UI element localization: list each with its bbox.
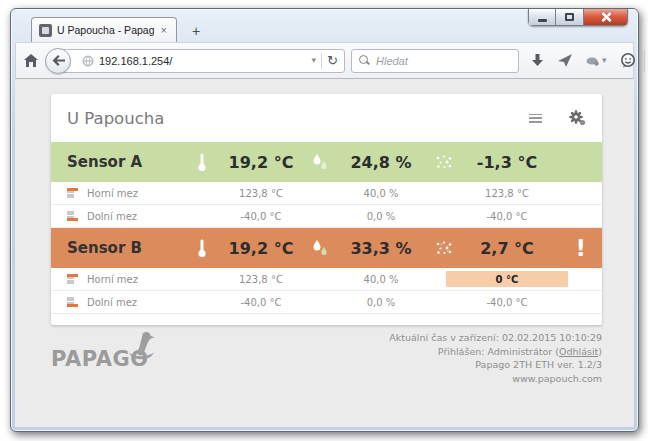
- titlebar: U Papoucha - Papago 2TH ... × +: [15, 9, 634, 42]
- minimize-icon: [538, 19, 547, 22]
- website-text: www.papouch.com: [389, 372, 602, 386]
- lower-humidity: 0,0 %: [333, 211, 429, 222]
- upper-limit-icon: [67, 188, 78, 198]
- lower-limit-label: Dolní mez: [87, 211, 137, 222]
- card-header: U Papoucha: [51, 94, 602, 142]
- upper-temp: 123,8 °C: [215, 188, 307, 199]
- logout-link[interactable]: Odhlásit: [559, 346, 598, 357]
- thermometer-icon: [189, 152, 215, 172]
- home-icon: [23, 53, 39, 68]
- lower-dew: -40,0 °C: [459, 211, 555, 222]
- browser-tab[interactable]: U Papoucha - Papago 2TH ... ×: [31, 17, 177, 42]
- favicon-icon: [39, 24, 52, 37]
- share-button[interactable]: [558, 54, 572, 67]
- thermometer-icon: [189, 238, 215, 258]
- lower-temp: -40,0 °C: [215, 211, 307, 222]
- screen: U Papoucha - Papago 2TH ... × + 192.168.…: [0, 0, 648, 441]
- new-tab-button[interactable]: +: [183, 20, 209, 41]
- lower-limit-icon: [67, 297, 78, 307]
- browser-window: U Papoucha - Papago 2TH ... × + 192.168.…: [10, 8, 639, 432]
- maximize-icon: [565, 13, 574, 21]
- upper-dew-highlighted: 0 °C: [446, 271, 568, 287]
- upper-limit-label: Horní mez: [87, 274, 138, 285]
- list-view-icon[interactable]: [529, 114, 542, 123]
- sensor-name: Sensor B: [67, 239, 189, 257]
- hello-button[interactable]: [620, 53, 636, 68]
- settings-button[interactable]: [569, 110, 586, 126]
- card-bottom-spacer: [51, 314, 602, 325]
- lower-limit-icon: [67, 211, 78, 221]
- page-viewport: U Papoucha Sensor A 19,2 °C: [15, 79, 634, 427]
- temperature-value: 19,2 °C: [215, 153, 307, 172]
- temperature-value: 19,2 °C: [215, 239, 307, 258]
- dew-point-icon: [429, 154, 459, 170]
- addon-icon: [586, 56, 599, 66]
- sensor-row-a: Sensor A 19,2 °C 24,8 % -1,3 °C: [51, 142, 602, 182]
- lower-limit-row: Dolní mez -40,0 °C 0,0 % -40,0 °C: [51, 291, 602, 314]
- back-arrow-icon: [52, 55, 65, 66]
- search-placeholder: Hledat: [376, 55, 408, 67]
- sensor-card: U Papoucha Sensor A 19,2 °C: [51, 94, 602, 325]
- sensor-row-b: Sensor B 19,2 °C 33,3 % 2,7 °C !: [51, 228, 602, 268]
- upper-limit-icon: [67, 274, 78, 284]
- url-text[interactable]: 192.168.1.254/: [99, 55, 307, 67]
- gear-icon: [569, 110, 586, 126]
- page-title: U Papoucha: [67, 109, 529, 128]
- close-button[interactable]: [584, 9, 628, 26]
- dew-point-value: 2,7 °C: [459, 239, 555, 258]
- upper-limit-row: Horní mez 123,8 °C 40,0 % 0 °C: [51, 268, 602, 291]
- urlbar-divider: [321, 53, 322, 69]
- login-status: Přihlášen: Administrátor (Odhlásit): [389, 345, 602, 359]
- search-icon: [359, 55, 370, 66]
- globe-icon: [82, 55, 94, 67]
- footer-info: Aktuální čas v zařízení: 02.02.2015 10:1…: [389, 331, 602, 385]
- tab-close-icon[interactable]: ×: [159, 24, 169, 37]
- close-icon: [601, 12, 611, 22]
- lower-humidity: 0,0 %: [333, 297, 429, 308]
- upper-humidity: 40,0 %: [333, 274, 429, 285]
- lower-temp: -40,0 °C: [215, 297, 307, 308]
- addon-button[interactable]: ▾: [586, 56, 607, 66]
- search-input[interactable]: Hledat: [351, 49, 519, 73]
- page-footer: PAPAGO Aktuální čas v zařízení: 02.02.20…: [51, 325, 602, 385]
- lower-limit-label: Dolní mez: [87, 297, 137, 308]
- home-button[interactable]: [23, 53, 39, 68]
- back-button[interactable]: [45, 48, 71, 74]
- toolbar-divider: [644, 50, 645, 72]
- upper-limit-label: Horní mez: [87, 188, 138, 199]
- upper-humidity: 40,0 %: [333, 188, 429, 199]
- url-dropdown-icon[interactable]: ▾: [312, 56, 317, 65]
- lower-limit-row: Dolní mez -40,0 °C 0,0 % -40,0 °C: [51, 205, 602, 228]
- device-time: Aktuální čas v zařízení: 02.02.2015 10:1…: [389, 331, 602, 345]
- addon-caret-icon: ▾: [602, 56, 607, 65]
- upper-temp: 123,8 °C: [215, 274, 307, 285]
- maximize-button[interactable]: [556, 9, 584, 26]
- dew-point-value: -1,3 °C: [459, 153, 555, 172]
- reload-icon[interactable]: ↻: [327, 54, 338, 67]
- papago-logo: PAPAGO: [51, 347, 149, 371]
- minimize-button[interactable]: [528, 9, 556, 26]
- address-bar[interactable]: 192.168.1.254/ ▾ ↻: [61, 49, 345, 73]
- navigation-toolbar: 192.168.1.254/ ▾ ↻ Hledat ▾: [15, 42, 634, 79]
- send-plane-icon: [558, 54, 572, 67]
- humidity-drops-icon: [307, 239, 333, 257]
- chat-smiley-icon: [620, 53, 636, 68]
- upper-limit-row: Horní mez 123,8 °C 40,0 % 123,8 °C: [51, 182, 602, 205]
- alarm-exclamation-icon: !: [555, 237, 586, 260]
- lower-dew: -40,0 °C: [459, 297, 555, 308]
- humidity-value: 24,8 %: [333, 153, 429, 172]
- humidity-drops-icon: [307, 153, 333, 171]
- sensor-name: Sensor A: [67, 153, 189, 171]
- upper-dew: 123,8 °C: [459, 188, 555, 199]
- humidity-value: 33,3 %: [333, 239, 429, 258]
- window-controls: [528, 9, 628, 26]
- download-icon: [531, 54, 544, 68]
- dew-point-icon: [429, 240, 459, 256]
- tab-title: U Papoucha - Papago 2TH ...: [57, 24, 154, 36]
- parrot-icon: [127, 330, 157, 360]
- downloads-button[interactable]: [531, 54, 544, 68]
- firmware-version: Papago 2TH ETH ver. 1.2/3: [389, 358, 602, 372]
